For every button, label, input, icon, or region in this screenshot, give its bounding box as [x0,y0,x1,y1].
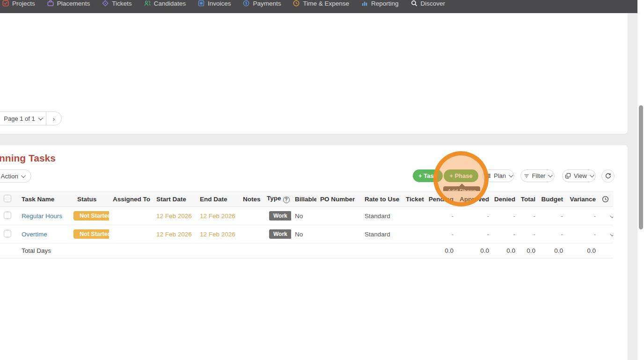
col-total: Total [517,191,537,207]
status-badge: Not Started [73,211,109,220]
status-badge: Not Started [73,229,109,239]
assigned-to-cell [109,225,153,243]
add-phase-button[interactable]: + Phase [444,169,478,182]
chevron-right-icon: › [53,115,55,123]
col-budget: Budget [537,191,565,207]
select-all-checkbox[interactable] [4,195,11,202]
nav-item-candidates[interactable]: Candidates [144,0,186,7]
task-name-link[interactable]: Regular Hours [22,213,62,220]
clock-icon [602,196,609,203]
denied-cell: - [491,225,517,243]
bar-chart-icon [361,0,368,7]
refresh-icon [605,173,611,179]
nav-item-payments[interactable]: Payments [243,0,281,7]
approved-cell: - [455,207,491,225]
variance-cell: - [565,225,598,243]
next-page-button[interactable]: › [46,111,62,125]
col-ticket: Ticket [402,191,427,207]
notes-cell [239,207,263,225]
total-cell: - [517,207,537,225]
col-denied: Denied [491,191,517,207]
expand-row-chevron-icon[interactable] [610,213,613,218]
totals-denied: 0.0 [491,243,517,258]
upper-panel: Page 1 of 1 › [0,13,628,134]
col-variance: Variance [565,191,598,207]
pending-cell: - [427,207,455,225]
type-header-label: Type [267,195,281,202]
help-icon[interactable]: ? [283,197,290,203]
plan-dropdown[interactable]: Plan [483,169,514,182]
add-task-label: + Task [418,172,437,179]
scrollbar-track[interactable] [637,0,644,360]
row-checkbox[interactable] [4,212,11,219]
refresh-button[interactable] [601,169,615,183]
clock-icon [293,0,300,7]
approved-cell: - [455,225,491,243]
totals-variance: 0.0 [565,243,598,258]
table-row[interactable]: Overtime Not Started 12 Feb 2026 12 Feb … [0,225,613,243]
nav-label: Discover [421,0,446,7]
denied-cell: - [491,207,517,225]
nav-item-invoices[interactable]: Invoices [198,0,231,7]
table-header-row: Task Name Status Assigned To Start Date … [0,191,613,207]
pending-cell: - [427,225,455,243]
rate-to-use-cell: Standard [361,225,402,243]
nav-item-time-expense[interactable]: Time & Expense [293,0,349,7]
sliders-icon [485,173,491,179]
view-label: View [574,172,587,179]
totals-total: 0.0 [517,243,537,258]
planning-tasks-panel: nning Tasks Action + Task + Phase Plan F… [0,145,628,360]
type-badge: Work [269,229,291,239]
po-number-cell [316,207,361,225]
nav-item-projects[interactable]: Projects [2,0,35,7]
totals-row: Total Days 0.0 0.0 0.0 0.0 0.0 0.0 [0,243,613,258]
table-toolbar: + Task + Phase Plan Filter View [413,169,615,182]
add-task-button[interactable]: + Task [413,169,443,182]
totals-label: Total Days [18,243,73,258]
nav-label: Placements [57,0,90,7]
briefcase-icon [47,0,54,7]
assigned-to-cell [109,207,153,225]
action-dropdown[interactable]: Action [0,169,31,183]
notes-cell [239,225,263,243]
nav-item-tickets[interactable]: Tickets [102,0,132,7]
nav-label: Projects [12,0,35,7]
totals-approved: 0.0 [455,243,491,258]
nav-item-reporting[interactable]: Reporting [361,0,399,7]
plan-label: Plan [494,172,506,179]
start-date-cell: 12 Feb 2026 [153,225,196,243]
checkbox-icon [2,0,9,7]
col-pending: Pending [427,191,455,207]
totals-pending: 0.0 [427,243,455,258]
table-row[interactable]: Regular Hours Not Started 12 Feb 2026 12… [0,207,613,225]
col-rate-to-use: Rate to Use [361,191,402,207]
ticket-cell [402,207,427,225]
action-label: Action [0,173,18,180]
row-checkbox[interactable] [4,230,11,237]
tasks-table: Task Name Status Assigned To Start Date … [0,191,613,258]
col-notes: Notes [239,191,263,207]
scrollbar-thumb[interactable] [639,105,643,229]
nav-item-placements[interactable]: Placements [47,0,90,7]
rate-to-use-cell: Standard [361,207,402,225]
billable-cell: No [291,207,316,225]
section-title: nning Tasks [0,153,56,164]
budget-cell: - [537,207,565,225]
ticket-icon [102,0,109,7]
chevron-down-icon [38,116,43,120]
view-layers-icon [565,173,571,179]
pagination: Page 1 of 1 › [0,111,62,125]
filter-dropdown[interactable]: Filter [520,169,555,182]
view-dropdown[interactable]: View [562,169,596,182]
filter-label: Filter [532,172,546,179]
people-icon [144,0,151,7]
chevron-down-icon [590,173,594,177]
expand-row-chevron-icon[interactable] [610,232,613,236]
invoice-icon [198,0,205,7]
chevron-down-icon [509,173,513,177]
end-date-cell: 12 Feb 2026 [196,207,239,225]
coin-icon [243,0,249,7]
task-name-link[interactable]: Overtime [22,231,47,238]
nav-item-discover[interactable]: Discover [411,0,446,7]
page-selector[interactable]: Page 1 of 1 [0,111,46,125]
